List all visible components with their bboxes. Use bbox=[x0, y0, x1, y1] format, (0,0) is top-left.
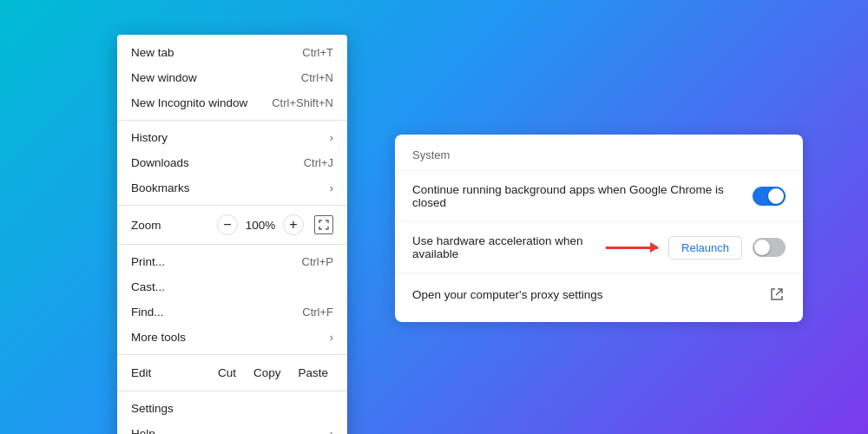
fullscreen-icon[interactable] bbox=[314, 215, 333, 234]
paste-button[interactable]: Paste bbox=[293, 365, 333, 381]
menu-item-shortcut: Ctrl+J bbox=[304, 156, 333, 169]
menu-item-label: Settings bbox=[131, 402, 174, 415]
divider-3 bbox=[117, 244, 347, 245]
toggle-hardware-accel[interactable] bbox=[753, 238, 786, 257]
menu-item-downloads[interactable]: Downloads Ctrl+J bbox=[117, 150, 347, 175]
menu-item-print[interactable]: Print... Ctrl+P bbox=[117, 249, 347, 274]
menu-item-new-tab[interactable]: New tab Ctrl+T bbox=[117, 40, 347, 65]
menu-item-new-window[interactable]: New window Ctrl+N bbox=[117, 65, 347, 90]
chevron-right-icon: › bbox=[330, 427, 333, 434]
zoom-increase-button[interactable]: + bbox=[283, 214, 304, 235]
settings-row-text: Use hardware acceleration when available bbox=[412, 234, 606, 260]
settings-row-background-apps: Continue running background apps when Go… bbox=[395, 170, 803, 221]
zoom-controls: − 100% + bbox=[217, 214, 333, 235]
settings-panel-title: System bbox=[395, 148, 803, 170]
settings-row-proxy: Open your computer's proxy settings bbox=[395, 273, 803, 315]
menu-item-history[interactable]: History › bbox=[117, 125, 347, 150]
divider-4 bbox=[117, 354, 347, 355]
divider-1 bbox=[117, 120, 347, 121]
menu-item-label: Cast... bbox=[131, 280, 165, 293]
menu-item-shortcut: Ctrl+Shift+N bbox=[272, 96, 333, 109]
toggle-background-apps[interactable] bbox=[753, 187, 786, 206]
zoom-decrease-button[interactable]: − bbox=[217, 214, 238, 235]
settings-row-hardware-accel: Use hardware acceleration when available… bbox=[395, 221, 803, 273]
chevron-right-icon: › bbox=[330, 331, 333, 344]
menu-item-cast[interactable]: Cast... bbox=[117, 274, 347, 299]
arrow-indicator bbox=[606, 247, 658, 249]
edit-label: Edit bbox=[131, 366, 213, 379]
zoom-row: Zoom − 100% + bbox=[117, 210, 347, 240]
menu-item-label: History bbox=[131, 131, 168, 144]
cut-button[interactable]: Cut bbox=[213, 365, 241, 381]
copy-button[interactable]: Copy bbox=[248, 365, 286, 381]
menu-item-shortcut: Ctrl+P bbox=[302, 255, 333, 268]
menu-item-settings[interactable]: Settings bbox=[117, 396, 347, 421]
zoom-percent: 100% bbox=[245, 219, 276, 232]
edit-buttons: Cut Copy Paste bbox=[213, 365, 333, 381]
chevron-right-icon: › bbox=[330, 131, 333, 144]
context-menu: New tab Ctrl+T New window Ctrl+N New Inc… bbox=[117, 35, 347, 434]
menu-item-shortcut: Ctrl+T bbox=[302, 46, 333, 59]
menu-item-more-tools[interactable]: More tools › bbox=[117, 325, 347, 350]
menu-item-label: More tools bbox=[131, 331, 186, 344]
relaunch-button[interactable]: Relaunch bbox=[668, 236, 742, 260]
svg-line-0 bbox=[776, 289, 782, 295]
menu-item-help[interactable]: Help › bbox=[117, 421, 347, 434]
settings-row-text: Continue running background apps when Go… bbox=[412, 183, 753, 209]
chevron-right-icon: › bbox=[330, 181, 333, 194]
external-link-icon[interactable] bbox=[768, 286, 786, 303]
edit-row: Edit Cut Copy Paste bbox=[117, 359, 347, 386]
arrow-line bbox=[606, 247, 658, 249]
menu-item-label: Bookmarks bbox=[131, 181, 190, 194]
menu-item-find[interactable]: Find... Ctrl+F bbox=[117, 299, 347, 325]
menu-item-label: New tab bbox=[131, 46, 174, 59]
menu-item-shortcut: Ctrl+N bbox=[301, 71, 333, 84]
menu-item-label: Print... bbox=[131, 255, 165, 268]
settings-row-text: Open your computer's proxy settings bbox=[412, 288, 768, 301]
menu-item-new-incognito[interactable]: New Incognito window Ctrl+Shift+N bbox=[117, 90, 347, 115]
menu-item-bookmarks[interactable]: Bookmarks › bbox=[117, 175, 347, 201]
menu-item-label: New window bbox=[131, 71, 197, 84]
divider-5 bbox=[117, 391, 347, 391]
menu-item-label: Help bbox=[131, 427, 155, 434]
zoom-label: Zoom bbox=[131, 219, 217, 232]
menu-item-label: Downloads bbox=[131, 156, 189, 169]
menu-item-shortcut: Ctrl+F bbox=[302, 306, 333, 319]
divider-2 bbox=[117, 205, 347, 206]
menu-item-label: Find... bbox=[131, 306, 164, 319]
menu-item-label: New Incognito window bbox=[131, 96, 247, 109]
settings-panel: System Continue running background apps … bbox=[395, 135, 803, 322]
